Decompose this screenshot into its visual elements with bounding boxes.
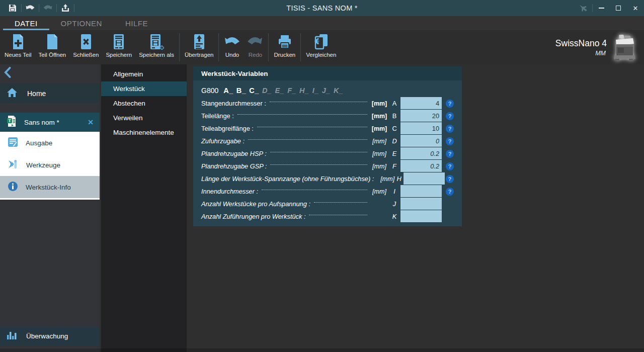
- tab-datei[interactable]: DATEI: [3, 16, 49, 30]
- save-part-button[interactable]: Speichern: [102, 30, 135, 64]
- tab-hilfe[interactable]: HILFE: [114, 16, 159, 30]
- variables-panel: Werkstück-Variablen G800 A_B_C_D_E_F_H_I…: [193, 66, 462, 226]
- sidebar-item-werkstueck-info[interactable]: Werkstück-Info: [0, 176, 100, 198]
- save-as-button[interactable]: Speichern als: [135, 30, 178, 64]
- info-icon: [8, 181, 18, 194]
- redo-icon[interactable]: [40, 0, 55, 16]
- variable-label: Stangendurchmesser :: [201, 100, 266, 107]
- field-D[interactable]: [400, 135, 442, 147]
- field-B[interactable]: [400, 110, 442, 122]
- help-icon[interactable]: ?: [446, 100, 454, 108]
- help-icon[interactable]: ?: [446, 112, 454, 120]
- tab-optionen[interactable]: OPTIONEN: [49, 16, 114, 30]
- category-item-verweilen[interactable]: Verweilen: [101, 111, 187, 125]
- open-part-button[interactable]: Teil Öffnen: [35, 30, 70, 64]
- help-cell: ?: [442, 150, 454, 158]
- document-pages: Ausgabe Werkzeuge Werkstück-Info: [0, 132, 100, 200]
- variable-letter: F: [388, 162, 400, 170]
- field-K[interactable]: [400, 210, 442, 223]
- sidebar-item-ueberwachung[interactable]: Überwachung: [0, 327, 100, 345]
- sidebar: Home T Sans nom * ✕ Ausgabe: [0, 64, 100, 352]
- variable-row-B: Teilelänge :[mm]B?: [201, 110, 454, 122]
- window-title: TISIS - SANS NOM *: [0, 4, 644, 12]
- sidebar-item-werkzeuge[interactable]: Werkzeuge: [0, 154, 100, 176]
- redo-button[interactable]: Redo: [244, 30, 267, 64]
- field-J[interactable]: [400, 198, 442, 210]
- sidebar-item-label: Ausgabe: [26, 139, 52, 147]
- sidebar-item-home[interactable]: Home: [0, 83, 100, 103]
- variable-label: Anzahl Werkstücke pro Aufspannung :: [201, 200, 310, 208]
- menubar: DATEI OPTIONEN HILFE: [0, 16, 644, 30]
- gcode-letter: F_: [287, 86, 296, 95]
- help-icon[interactable]: ?: [446, 125, 454, 133]
- variable-row-C: Teileabgreiflänge :[mm]C?: [201, 122, 454, 135]
- separator: [21, 4, 22, 12]
- machine-name: SwissNano 4: [555, 38, 607, 49]
- toolbar: Neues Teil Teil Öffnen Schließen Speiche…: [0, 30, 644, 64]
- field-E[interactable]: [400, 147, 442, 160]
- print-icon: [277, 33, 292, 51]
- category-item-abstechen[interactable]: Abstechen: [101, 96, 187, 111]
- field-I[interactable]: [400, 185, 442, 198]
- back-button[interactable]: [4, 67, 11, 80]
- separator: [56, 4, 57, 12]
- titlebar: TISIS - SANS NOM * ✕: [0, 0, 644, 16]
- new-part-icon: [12, 33, 25, 51]
- help-icon[interactable]: ?: [446, 137, 454, 145]
- category-item-allgemein[interactable]: Allgemein: [101, 67, 187, 81]
- print-button[interactable]: Drucken: [270, 30, 299, 64]
- variable-row-I: Innendurchmesser :[mm]I?: [201, 185, 454, 198]
- sidebar-item-ausgabe[interactable]: Ausgabe: [0, 132, 100, 154]
- undo-button[interactable]: Undo: [220, 30, 244, 64]
- field-A[interactable]: [400, 97, 442, 110]
- gcode-line: G800 A_B_C_D_E_F_H_I_J_K_: [193, 80, 462, 96]
- field-H[interactable]: [404, 172, 445, 185]
- field-F[interactable]: [400, 160, 442, 172]
- minimize-button[interactable]: [593, 0, 610, 16]
- dotted-leader: [309, 215, 367, 215]
- variable-label: Teileabgreiflänge :: [201, 125, 254, 132]
- close-part-button[interactable]: Schließen: [69, 30, 102, 64]
- transfer-button[interactable]: Übertragen: [181, 30, 217, 64]
- compare-button[interactable]: Vergleichen: [302, 30, 340, 64]
- save-icon[interactable]: [5, 0, 20, 16]
- unit-label: [mm]: [370, 138, 388, 145]
- help-cell: ?: [442, 112, 454, 120]
- help-cell: ?: [442, 137, 454, 145]
- gcode-letter: B_: [236, 86, 247, 95]
- new-part-button[interactable]: Neues Teil: [1, 30, 35, 64]
- help-icon[interactable]: ?: [446, 150, 454, 158]
- help-icon[interactable]: ?: [446, 162, 454, 170]
- machine-block: SwissNano 4 MM: [555, 30, 644, 64]
- variable-label: Zufuhrzugabe :: [201, 137, 245, 145]
- save-as-icon: [149, 33, 164, 51]
- category-item-werkstück[interactable]: Werkstück: [101, 81, 187, 96]
- variable-letter: J: [388, 200, 400, 208]
- machine-image: [612, 34, 637, 61]
- variable-row-E: Plandrehzugabe HSP :[mm]E?: [201, 147, 454, 160]
- field-C[interactable]: [400, 122, 442, 135]
- close-part-icon: [79, 33, 93, 51]
- sidebar-item-label: Home: [27, 90, 46, 98]
- variable-row-F: Plandrehzugabe GSP :[mm]F?: [201, 160, 454, 172]
- main-area: Werkstück-Variablen G800 A_B_C_D_E_F_H_I…: [187, 64, 644, 352]
- close-button[interactable]: ✕: [627, 0, 644, 16]
- compare-icon: [313, 33, 329, 51]
- category-panel: AllgemeinWerkstückAbstechenVerweilenMasc…: [101, 64, 187, 352]
- flight-mode-icon[interactable]: [574, 0, 592, 16]
- sidebar-item-document[interactable]: T Sans nom * ✕: [0, 113, 100, 132]
- export-icon[interactable]: [58, 0, 73, 16]
- dotted-leader: [270, 164, 367, 165]
- help-icon[interactable]: ?: [446, 188, 454, 196]
- help-icon[interactable]: ?: [446, 175, 454, 183]
- undo-icon: [224, 33, 240, 51]
- help-cell: ?: [442, 188, 454, 196]
- maximize-button[interactable]: [610, 0, 627, 16]
- gcode-label: G800: [201, 86, 218, 95]
- tools-icon: [8, 159, 19, 171]
- dotted-leader: [262, 190, 367, 190]
- close-document-icon[interactable]: ✕: [88, 118, 94, 126]
- variable-label: Anzahl Zuführungen pro Werkstück :: [201, 213, 305, 220]
- undo-icon[interactable]: [23, 0, 38, 16]
- category-item-maschinenelemente[interactable]: Maschinenelemente: [101, 125, 187, 140]
